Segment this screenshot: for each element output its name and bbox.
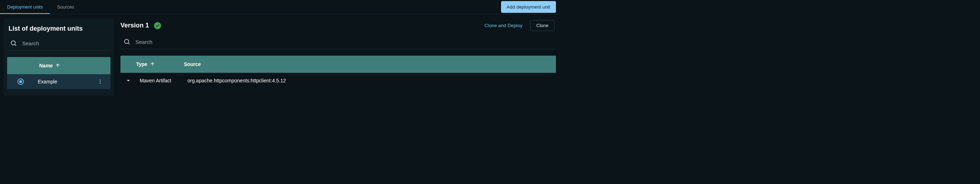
- svg-point-4: [100, 81, 100, 82]
- svg-point-3: [100, 80, 100, 80]
- kebab-icon: [97, 79, 103, 85]
- radio-selected-icon[interactable]: [18, 78, 24, 85]
- row-type: Maven Artifact: [140, 78, 184, 83]
- column-type-sort[interactable]: Type: [136, 61, 180, 67]
- search-icon: [123, 38, 130, 45]
- column-name-sort[interactable]: Name: [39, 63, 60, 69]
- svg-point-6: [124, 39, 129, 43]
- svg-point-0: [11, 41, 15, 45]
- row-source: org.apache.httpcomponents:httpclient:4.5…: [188, 78, 551, 83]
- sort-asc-icon: [55, 63, 60, 69]
- search-input[interactable]: [135, 39, 553, 45]
- deployment-units-panel: List of deployment units Name Example: [3, 19, 114, 96]
- table-row[interactable]: Maven Artifact org.apache.httpcomponents…: [121, 73, 556, 88]
- svg-line-7: [128, 43, 130, 45]
- add-deployment-unit-button[interactable]: Add deployment unit: [501, 1, 556, 13]
- column-type-label: Type: [136, 61, 148, 67]
- column-source-label: Source: [184, 61, 551, 67]
- tab-sources[interactable]: Sources: [50, 0, 81, 14]
- row-menu-button[interactable]: [95, 79, 105, 85]
- svg-marker-9: [127, 80, 130, 82]
- sort-asc-icon: [150, 61, 155, 67]
- table-row[interactable]: Example: [7, 74, 110, 89]
- expand-row-button[interactable]: [121, 78, 136, 83]
- row-name: Example: [38, 79, 91, 85]
- chevron-down-icon: [126, 78, 130, 83]
- svg-line-1: [15, 45, 16, 46]
- svg-point-5: [100, 83, 100, 83]
- clone-button[interactable]: Clone: [530, 20, 555, 31]
- panel-title: List of deployment units: [7, 24, 110, 37]
- tab-deployment-units[interactable]: Deployment units: [0, 0, 50, 14]
- column-name-label: Name: [39, 63, 53, 69]
- clone-and-deploy-button[interactable]: Clone and Deploy: [479, 20, 527, 31]
- table-header: Name: [7, 57, 110, 74]
- table-header: Type Source: [121, 56, 556, 73]
- search-icon: [10, 40, 17, 47]
- search-input[interactable]: [22, 40, 108, 46]
- status-success-icon: [154, 22, 161, 29]
- version-detail-panel: Version 1 Clone and Deploy Clone Type So…: [121, 19, 556, 96]
- version-title: Version 1: [121, 22, 149, 29]
